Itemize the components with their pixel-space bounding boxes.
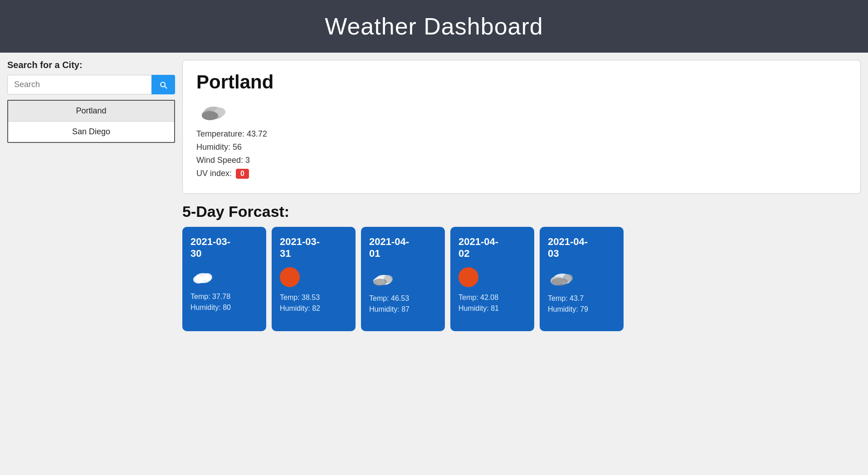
forecast-temp-1: Temp: 37.78 xyxy=(190,293,230,301)
forecast-grid: 2021-03-30 Temp: 37.78 Humidity: 80 2021… xyxy=(182,227,861,331)
forecast-section: 5-Day Forcast: 2021-03-30 Temp: 37.78 Hu… xyxy=(182,203,861,331)
forecast-date-1: 2021-03-30 xyxy=(190,236,230,260)
city-item-sandiego[interactable]: San Diego xyxy=(8,122,174,142)
forecast-humidity-1: Humidity: 80 xyxy=(190,304,231,312)
forecast-day-5: 2021-04-03 Temp: 43.7 Humidity: 79 xyxy=(540,227,624,331)
svg-point-10 xyxy=(373,279,387,286)
forecast-title: 5-Day Forcast: xyxy=(182,203,861,220)
temperature-detail: Temperature: 43.72 xyxy=(196,129,847,139)
forecast-date-3: 2021-04-01 xyxy=(369,236,409,260)
content-area: Portland Temperature: 43.72 Humidity: 56 xyxy=(182,60,861,331)
forecast-temp-5: Temp: 43.7 xyxy=(548,294,584,303)
forecast-temp-3: Temp: 46.53 xyxy=(369,294,409,303)
search-icon xyxy=(159,80,168,89)
search-button[interactable] xyxy=(151,75,175,94)
forecast-day-4: 2021-04-02 Temp: 42.08 Humidity: 81 xyxy=(450,227,534,331)
forecast-date-5: 2021-04-03 xyxy=(548,236,588,260)
current-weather-card: Portland Temperature: 43.72 Humidity: 56 xyxy=(182,60,861,194)
forecast-temp-2: Temp: 38.53 xyxy=(280,294,320,302)
forecast-day-3: 2021-04-01 Temp: 46.53 Humidity: 87 xyxy=(361,227,445,331)
current-weather-icon xyxy=(196,98,847,123)
forecast-day-2: 2021-03-31 Temp: 38.53 Humidity: 82 xyxy=(272,227,356,331)
forecast-humidity-3: Humidity: 87 xyxy=(369,305,410,313)
search-row xyxy=(7,75,175,94)
forecast-icon-2 xyxy=(280,267,300,287)
forecast-icon-1 xyxy=(190,267,214,286)
search-label: Search for a City: xyxy=(7,60,175,70)
wind-speed-detail: Wind Speed: 3 xyxy=(196,156,847,165)
humidity-detail: Humidity: 56 xyxy=(196,142,847,152)
svg-point-6 xyxy=(203,273,212,281)
search-input[interactable] xyxy=(7,75,151,94)
forecast-humidity-5: Humidity: 79 xyxy=(548,305,588,313)
app-header: Weather Dashboard xyxy=(0,0,868,53)
app-title: Weather Dashboard xyxy=(325,13,543,39)
current-city-name: Portland xyxy=(196,71,847,93)
svg-point-5 xyxy=(193,275,204,284)
forecast-icon-5 xyxy=(548,267,574,288)
forecast-icon-3 xyxy=(369,267,395,288)
forecast-humidity-4: Humidity: 81 xyxy=(458,304,499,313)
city-item-portland[interactable]: Portland xyxy=(8,101,174,122)
forecast-icon-4 xyxy=(458,267,478,287)
forecast-date-2: 2021-03-31 xyxy=(280,236,320,260)
forecast-date-4: 2021-04-02 xyxy=(458,236,498,260)
forecast-temp-4: Temp: 42.08 xyxy=(458,294,498,302)
main-layout: Search for a City: Portland San Diego Po… xyxy=(0,53,868,338)
forecast-humidity-2: Humidity: 82 xyxy=(280,304,320,313)
svg-point-14 xyxy=(551,278,568,286)
uv-badge: 0 xyxy=(236,169,249,179)
city-list: Portland San Diego xyxy=(7,100,175,143)
svg-point-3 xyxy=(202,111,218,120)
forecast-day-1: 2021-03-30 Temp: 37.78 Humidity: 80 xyxy=(182,227,266,331)
uv-detail: UV index: 0 xyxy=(196,169,847,179)
sidebar: Search for a City: Portland San Diego xyxy=(7,60,175,143)
